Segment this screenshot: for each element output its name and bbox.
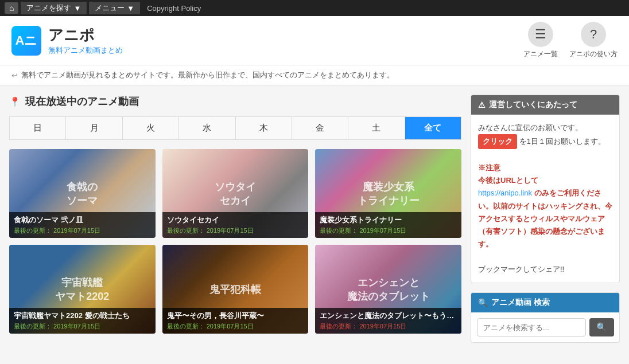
anime-card-overlay: 魔装少女系トライナリー 最後の更新： 2019年07月15日 <box>315 212 461 238</box>
tagline-bar: ↩ 無料でアニメ動画が見れるまとめサイトです。最新作から旧作まで、国内すべてのア… <box>0 65 629 85</box>
question-icon: ? <box>581 22 606 47</box>
search-input[interactable] <box>477 318 586 336</box>
notice-attention: ※注意 <box>478 162 612 174</box>
anime-update: 最後の更新： 2019年07月15日 <box>167 226 304 235</box>
sidebar-search-section: 🔍 アニメ動画 検索 🔍 <box>471 292 620 343</box>
menu-button[interactable]: メニュー ▼ <box>89 2 140 14</box>
search-header-icon: 🔍 <box>478 298 488 307</box>
notice-text-2: を1日１回お願いします。 <box>519 137 605 146</box>
search-box: 🔍 <box>471 312 619 342</box>
anime-card-overlay: 鬼平〜その男，長谷川平蔵〜 最後の更新： 2019年07月15日 <box>162 308 309 334</box>
tab-sat[interactable]: 土 <box>348 117 405 139</box>
tab-mon[interactable]: 月 <box>66 117 122 139</box>
anime-update: 最後の更新： 2019年07月15日 <box>167 322 304 331</box>
anime-update: 最後の更新： 2019年07月15日 <box>14 322 151 331</box>
pin-icon: 📍 <box>9 96 21 107</box>
anime-card[interactable]: ソウタイセカイ ソウタイセカイ 最後の更新： 2019年07月15日 <box>162 149 309 238</box>
home-button[interactable]: ⌂ <box>5 2 18 14</box>
sidebar-search-title: アニメ動画 検索 <box>491 298 550 308</box>
anime-card[interactable]: 鬼平犯科帳 鬼平〜その男，長谷川平蔵〜 最後の更新： 2019年07月15日 <box>162 245 309 334</box>
day-tabs: 日 月 火 水 木 金 土 全て <box>9 116 461 140</box>
tab-thu[interactable]: 木 <box>236 117 292 139</box>
site-header: Aニ アニポ 無料アニメ動画まとめ ☰ アニメ一覧 ? アニポの使い方 <box>0 16 629 65</box>
anime-card-overlay: 宇宙戦艦ヤマト2202 愛の戦士たち 最後の更新： 2019年07月15日 <box>9 308 156 334</box>
notice-text-1: みなさんに宣伝のお願いです。 <box>478 123 583 132</box>
anime-list-label: アニメ一覧 <box>523 49 558 59</box>
how-to-label: アニポの使い方 <box>569 49 618 59</box>
bookmark-text: ブックマークしてシェア!! <box>478 263 612 276</box>
tagline-text: 無料でアニメ動画が見れるまとめサイトです。最新作から旧作まで、国内すべてのアニメ… <box>21 70 394 80</box>
anime-title: 鬼平〜その男，長谷川平蔵〜 <box>167 311 304 321</box>
site-tagline: 無料アニメ動画まとめ <box>48 45 123 56</box>
anime-card[interactable]: 食戟のソーマ 食戟のソーマ 弐ノ皿 最後の更新： 2019年07月15日 <box>9 149 156 238</box>
sidebar-notice-header: ⚠ 運営していくにあたって <box>471 95 619 115</box>
anime-card[interactable]: エンシェンと魔法のタブレット エンシェンと魔法のタブレット〜もうひとつのひるね姫… <box>315 245 461 334</box>
list-icon: ☰ <box>528 22 553 47</box>
logo-text: アニポ 無料アニメ動画まとめ <box>48 25 123 56</box>
main-container: 📍 現在放送中のアニメ動画 日 月 火 水 木 金 土 全て 食戟のソーマ 食戟… <box>0 85 629 361</box>
search-button[interactable]: 🔍 <box>589 318 614 336</box>
anime-update: 最後の更新： 2019年07月15日 <box>320 226 457 235</box>
anime-title: 魔装少女系トライナリー <box>320 215 457 225</box>
tab-fri[interactable]: 金 <box>292 117 348 139</box>
anime-grid: 食戟のソーマ 食戟のソーマ 弐ノ皿 最後の更新： 2019年07月15日 ソウタ… <box>9 149 461 334</box>
anime-search-button[interactable]: アニメを探す ▼ <box>21 2 87 14</box>
anime-card-overlay: ソウタイセカイ 最後の更新： 2019年07月15日 <box>162 212 309 238</box>
anime-card[interactable]: 魔装少女系トライナリー 魔装少女系トライナリー 最後の更新： 2019年07月1… <box>315 149 461 238</box>
tab-all[interactable]: 全て <box>405 117 461 139</box>
anime-title: ソウタイセカイ <box>167 215 304 225</box>
warning-icon: ⚠ <box>478 100 486 109</box>
anime-card[interactable]: 宇宙戦艦ヤマト2202 宇宙戦艦ヤマト2202 愛の戦士たち 最後の更新： 20… <box>9 245 156 334</box>
sidebar: ⚠ 運営していくにあたって みなさんに宣伝のお願いです。 クリック を1日１回お… <box>471 95 620 352</box>
dropdown-icon: ▼ <box>73 4 81 13</box>
notice-link[interactable]: https://anipo.link <box>478 189 532 197</box>
anime-title: 食戟のソーマ 弐ノ皿 <box>14 215 151 225</box>
tab-tue[interactable]: 火 <box>123 117 179 139</box>
site-name: アニポ <box>48 25 123 45</box>
anime-update: 最後の更新： 2019年07月15日 <box>320 322 457 331</box>
tab-sun[interactable]: 日 <box>10 117 66 139</box>
top-nav: ⌂ アニメを探す ▼ メニュー ▼ Copyright Policy <box>0 0 629 16</box>
section-title-text: 現在放送中のアニメ動画 <box>25 95 139 108</box>
header-icons: ☰ アニメ一覧 ? アニポの使い方 <box>523 22 618 59</box>
content-area: 📍 現在放送中のアニメ動画 日 月 火 水 木 金 土 全て 食戟のソーマ 食戟… <box>9 95 461 352</box>
sidebar-notice-title: 運営していくにあたって <box>489 100 577 110</box>
sidebar-notice-body: みなさんに宣伝のお願いです。 クリック を1日１回お願いします。 ※注意 今後は… <box>471 115 619 283</box>
click-button[interactable]: クリック <box>478 134 517 149</box>
anime-card-overlay: 食戟のソーマ 弐ノ皿 最後の更新： 2019年07月15日 <box>9 212 156 238</box>
menu-dropdown-icon: ▼ <box>127 4 134 13</box>
how-to-button[interactable]: ? アニポの使い方 <box>569 22 618 59</box>
sidebar-search-header: 🔍 アニメ動画 検索 <box>471 293 619 312</box>
anime-card-overlay: エンシェンと魔法のタブレット〜もうひとつのひるね姫〜 最後の更新： 2019年0… <box>315 308 461 334</box>
anime-update: 最後の更新： 2019年07月15日 <box>14 226 151 235</box>
sidebar-notice-section: ⚠ 運営していくにあたって みなさんに宣伝のお願いです。 クリック を1日１回お… <box>471 95 620 283</box>
anime-search-label: アニメを探す <box>26 3 71 13</box>
menu-label: メニュー <box>95 3 125 13</box>
tab-wed[interactable]: 水 <box>179 117 235 139</box>
logo-icon: Aニ <box>11 26 41 56</box>
anime-title: エンシェンと魔法のタブレット〜もうひとつのひるね姫〜 <box>320 311 457 321</box>
logo-area: Aニ アニポ 無料アニメ動画まとめ <box>11 25 123 56</box>
notice-red-2: のみをご利用ください。以前のサイトはハッキングされ、今アクセスするとウィルスやマ… <box>478 189 612 248</box>
notice-red-1: 今後はURLとして <box>478 176 538 185</box>
anime-list-button[interactable]: ☰ アニメ一覧 <box>523 22 558 59</box>
copyright-link[interactable]: Copyright Policy <box>147 4 201 13</box>
tagline-arrow-icon: ↩ <box>11 71 18 80</box>
anime-title: 宇宙戦艦ヤマト2202 愛の戦士たち <box>14 311 151 321</box>
section-title: 📍 現在放送中のアニメ動画 <box>9 95 461 108</box>
